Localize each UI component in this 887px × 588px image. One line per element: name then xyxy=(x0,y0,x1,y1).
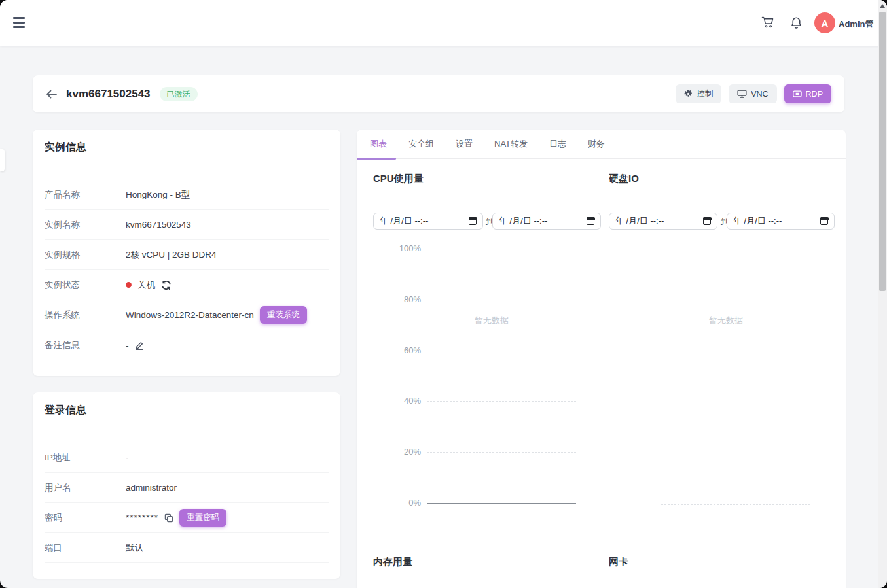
back-button[interactable] xyxy=(46,90,58,99)
password-row: 密码 ******** 重置密码 xyxy=(45,503,329,533)
row-value: HongKong - B型 xyxy=(126,189,190,201)
hamburger-menu-button[interactable] xyxy=(13,17,25,28)
network-chart-title: 网卡 xyxy=(609,556,628,568)
row-value: ******** 重置密码 xyxy=(126,509,226,527)
os-name-text: Windows-2012R2-Datacenter-cn xyxy=(126,310,254,320)
y-axis-label: 0% xyxy=(373,498,421,508)
disk-empty-state: 暂无数据 xyxy=(689,315,763,326)
reinstall-os-button[interactable]: 重装系统 xyxy=(260,306,307,324)
copy-password-button[interactable] xyxy=(164,513,173,523)
notifications-button[interactable] xyxy=(789,16,803,29)
calendar-icon[interactable] xyxy=(703,217,711,225)
y-axis-label: 60% xyxy=(373,345,421,356)
bell-icon xyxy=(790,16,803,29)
calendar-icon[interactable] xyxy=(820,217,828,225)
control-button-label: 控制 xyxy=(697,88,713,99)
row-label: 端口 xyxy=(45,542,126,554)
row-value: administrator xyxy=(126,483,177,493)
row-label: 实例状态 xyxy=(45,279,126,291)
disk-date-end-input[interactable]: 年 /月/日 --:-- xyxy=(727,213,835,230)
tab-bar: 图表 安全组 设置 NAT转发 日志 财务 xyxy=(357,130,846,159)
gridline xyxy=(427,351,576,351)
row-label: 实例名称 xyxy=(45,219,126,231)
note-row: 备注信息 - xyxy=(45,330,329,360)
disk-chart-title: 硬盘IO xyxy=(609,173,639,185)
control-button[interactable]: 控制 xyxy=(676,84,721,103)
calendar-icon[interactable] xyxy=(469,217,477,225)
rdp-icon xyxy=(793,90,802,97)
scrollbar-thumb[interactable] xyxy=(879,12,886,291)
gridline xyxy=(427,401,576,402)
row-value: 默认 xyxy=(126,542,143,554)
username-row: 用户名 administrator xyxy=(45,473,329,503)
row-label: 用户名 xyxy=(45,482,126,494)
rdp-button[interactable]: RDP xyxy=(784,84,831,103)
calendar-icon[interactable] xyxy=(587,217,594,225)
edit-note-button[interactable] xyxy=(135,341,144,350)
row-value: Windows-2012R2-Datacenter-cn 重装系统 xyxy=(126,306,307,324)
cpu-empty-state: 暂无数据 xyxy=(455,315,528,326)
password-masked-text: ******** xyxy=(126,513,158,523)
tab-settings[interactable]: 设置 xyxy=(456,138,473,150)
row-value: - xyxy=(126,453,129,462)
gear-icon xyxy=(684,90,693,98)
avatar[interactable]: A xyxy=(814,12,835,33)
row-label: 实例规格 xyxy=(45,249,126,261)
note-text: - xyxy=(126,341,129,351)
header-actions: 控制 VNC RDP xyxy=(676,84,831,103)
cpu-chart-title: CPU使用量 xyxy=(373,173,424,185)
rdp-button-label: RDP xyxy=(806,90,823,99)
gridline xyxy=(427,452,576,453)
y-axis-label: 100% xyxy=(373,243,421,254)
scrollbar-track[interactable] xyxy=(878,0,887,588)
monitor-icon xyxy=(737,90,747,98)
user-name[interactable]: Admin管 xyxy=(839,18,873,30)
port-row: 端口 默认 xyxy=(45,533,329,563)
row-value: 关机 xyxy=(126,279,172,291)
refresh-status-button[interactable] xyxy=(161,280,172,290)
instance-status-text: 关机 xyxy=(137,279,155,291)
tab-billing[interactable]: 财务 xyxy=(588,138,605,150)
date-placeholder: 年 /月/日 --:-- xyxy=(733,215,820,227)
hamburger-icon xyxy=(13,17,25,19)
row-label: 产品名称 xyxy=(45,189,126,201)
row-label: IP地址 xyxy=(45,452,126,464)
gridline xyxy=(427,249,576,249)
tab-logs[interactable]: 日志 xyxy=(549,138,566,150)
instance-name-row: 实例名称 kvm6671502543 xyxy=(45,210,329,240)
row-label: 备注信息 xyxy=(45,339,126,351)
y-axis-label: 20% xyxy=(373,447,421,457)
gridline xyxy=(661,504,810,505)
cart-icon xyxy=(761,16,774,28)
zero-axis-line xyxy=(427,503,576,504)
memory-chart-title: 内存用量 xyxy=(373,556,412,568)
instance-header-card: kvm6671502543 已激活 控制 VNC RDP xyxy=(33,75,844,112)
sidebar-drawer-handle[interactable] xyxy=(0,149,5,171)
top-bar: A Admin管 xyxy=(0,0,887,46)
reset-password-button[interactable]: 重置密码 xyxy=(179,509,226,527)
cpu-date-start-input[interactable]: 年 /月/日 --:-- xyxy=(373,213,483,230)
row-label: 密码 xyxy=(45,512,126,524)
gridline xyxy=(427,300,576,300)
status-badge: 已激活 xyxy=(160,87,198,101)
tab-nat-forwarding[interactable]: NAT转发 xyxy=(494,138,528,150)
status-dot-icon xyxy=(126,282,132,288)
cpu-date-end-input[interactable]: 年 /月/日 --:-- xyxy=(492,213,601,230)
tab-security-group[interactable]: 安全组 xyxy=(408,138,434,150)
product-name-row: 产品名称 HongKong - B型 xyxy=(45,180,329,210)
instance-info-panel: 实例信息 产品名称 HongKong - B型 实例名称 kvm66715025… xyxy=(33,130,340,376)
row-value: 2核 vCPU | 2GB DDR4 xyxy=(126,249,217,261)
row-label: 操作系统 xyxy=(45,309,126,321)
date-placeholder: 年 /月/日 --:-- xyxy=(615,215,703,227)
row-value: kvm6671502543 xyxy=(126,220,191,230)
instance-spec-row: 实例规格 2核 vCPU | 2GB DDR4 xyxy=(45,240,329,270)
cart-button[interactable] xyxy=(761,16,774,29)
vnc-button[interactable]: VNC xyxy=(729,84,776,103)
charts-panel: 图表 安全组 设置 NAT转发 日志 财务 CPU使用量 硬盘IO 内存用量 网… xyxy=(357,130,846,588)
disk-date-start-input[interactable]: 年 /月/日 --:-- xyxy=(609,213,717,230)
tab-charts[interactable]: 图表 xyxy=(370,138,387,150)
scrollbar-up-arrow[interactable] xyxy=(880,4,885,8)
date-placeholder: 年 /月/日 --:-- xyxy=(380,215,469,227)
y-axis-label: 80% xyxy=(373,294,421,305)
login-info-body: IP地址 - 用户名 administrator 密码 ******** 重置密… xyxy=(33,428,340,563)
